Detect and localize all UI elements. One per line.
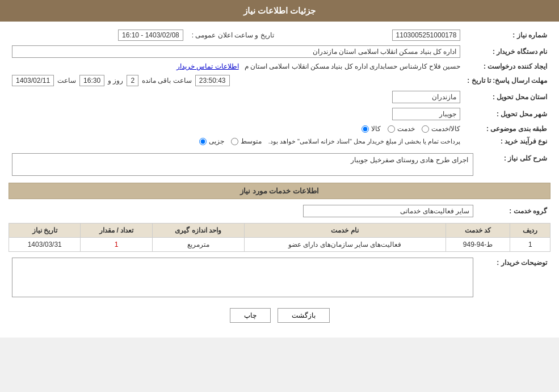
ijad-konande-label: ایجاد کننده درخواست :	[464, 60, 550, 73]
ostan-value: مازندران	[392, 91, 460, 103]
tasnif-label: طبقه بندی موضوعی :	[464, 123, 550, 135]
page-wrapper: جزئیات اطلاعات نیاز شماره نیاز : 1103005…	[0, 0, 559, 338]
ijad-konande-link[interactable]: اطلاعات تماس خریدار	[176, 62, 239, 70]
grooh-value: سایر فعالیت‌های خدماتی	[303, 205, 473, 217]
nooe-jozyi-item: جزیی	[199, 137, 224, 145]
sharh-table: شرح کلی نیاز : اجرای طرح هادی روستای صفر…	[9, 151, 550, 178]
shahr-label: شهر محل تحویل :	[464, 106, 550, 123]
back-button[interactable]: بازگشت	[278, 308, 330, 323]
nooe-farayand-label: نوع فرآیند خرید :	[464, 135, 550, 147]
tasnif-kala-khedmat-label: کالا/خدمت	[431, 125, 460, 133]
nooe-motawaset-radio[interactable]	[231, 138, 238, 145]
sharh-value: اجرای طرح هادی روستای صفرخیل جویبار	[12, 153, 473, 176]
date-time-row: 23:50:43 ساعت باقی مانده 2 روز و 16:30 س…	[12, 75, 460, 86]
tawzih-table: توضیحات خریدار :	[9, 255, 550, 301]
rooz-label: روز و	[108, 77, 123, 85]
nam-dastgah-value: اداره کل بنیاد مسکن انقلاب اسلامی استان …	[12, 45, 460, 58]
nooe-note: پرداخت تمام یا بخشی از مبلغ خریدار محل "…	[268, 138, 461, 145]
nooe-farayand-group: پرداخت تمام یا بخشی از مبلغ خریدار محل "…	[12, 137, 460, 145]
print-button[interactable]: چاپ	[230, 308, 271, 323]
nam-dastgah-label: نام دستگاه خریدار :	[464, 43, 550, 60]
footer-buttons: بازگشت چاپ	[9, 308, 550, 323]
tasnif-khedmat-item: خدمت	[388, 125, 415, 133]
shomara-niaz-value: 1103005251000178	[392, 29, 461, 41]
tarikh-saat-label: تاریخ و ساعت اعلان عمومی :	[187, 27, 278, 43]
col-3: واحد اندازه گیری	[152, 224, 244, 238]
tasnif-radio-group: کالا/خدمت خدمت کالا	[12, 125, 460, 133]
nooe-motawaset-item: متوسط	[231, 137, 262, 145]
shahr-value: جویبار	[392, 108, 460, 120]
service-info-header: اطلاعات خدمات مورد نیاز	[9, 183, 550, 199]
header-title: جزئیات اطلاعات نیاز	[243, 6, 316, 15]
tasnif-kala-item: کالا	[362, 125, 381, 133]
service-table: ردیفکد خدمتنام خدمتواحد اندازه گیریتعداد…	[9, 223, 550, 252]
tasnif-khedmat-radio[interactable]	[388, 125, 395, 133]
grooh-table: گروه خدمت : سایر فعالیت‌های خدماتی	[9, 203, 550, 220]
col-1: کد خدمت	[445, 224, 510, 238]
tasnif-kala-khedmat-item: کالا/خدمت	[422, 125, 460, 133]
basic-info-table: شماره نیاز : 1103005251000178 تاریخ و سا…	[9, 27, 550, 147]
date-value: 1403/02/11	[12, 75, 54, 86]
tasnif-kala-khedmat-radio[interactable]	[422, 125, 429, 133]
saat-value: 16:30	[79, 75, 104, 86]
col-5: تاریخ نیاز	[9, 224, 81, 238]
col-4: تعداد / مقدار	[81, 224, 152, 238]
saat-label: ساعت	[57, 77, 76, 85]
mohlat-label: مهلت ارسال پاسخ: تا تاریخ :	[464, 73, 550, 88]
baqi-mande-value: 23:50:43	[195, 75, 230, 86]
nooe-jozyi-radio[interactable]	[199, 138, 207, 145]
baqi-mande-label: ساعت باقی مانده	[142, 77, 192, 85]
tasnif-kala-label: کالا	[371, 125, 381, 133]
tasnif-khedmat-label: خدمت	[397, 125, 415, 133]
tawzih-textarea[interactable]	[12, 258, 473, 297]
nooe-motawaset-label: متوسط	[241, 137, 262, 145]
sharh-label: شرح کلی نیاز :	[477, 151, 550, 178]
table-row: 1ط-94-949فعالیت‌های سایر سازمان‌های دارا…	[9, 238, 550, 252]
page-header: جزئیات اطلاعات نیاز	[0, 0, 559, 22]
tarikh-saat-value: 1403/02/08 - 16:10	[118, 29, 183, 41]
grooh-label: گروه خدمت :	[477, 203, 550, 220]
col-0: ردیف	[510, 224, 550, 238]
ijad-konande-value: حسین فلاح کارشناس حسابداری اداره کل بنیا…	[245, 62, 461, 70]
ostan-label: استان محل تحویل :	[464, 88, 550, 106]
col-2: نام خدمت	[244, 224, 445, 238]
shomara-niaz-label: شماره نیاز :	[464, 27, 550, 43]
content-area: شماره نیاز : 1103005251000178 تاریخ و سا…	[0, 22, 559, 338]
nooe-jozyi-label: جزیی	[209, 137, 224, 145]
tasnif-kala-radio[interactable]	[362, 125, 369, 133]
rooz-value: 2	[127, 75, 138, 86]
tawzih-label: توضیحات خریدار :	[477, 255, 550, 301]
